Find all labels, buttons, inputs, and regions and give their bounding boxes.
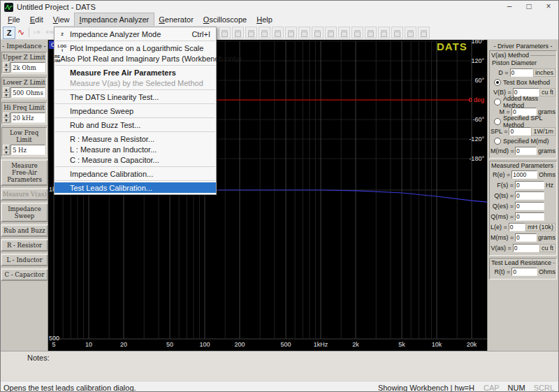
close-button[interactable]: × bbox=[539, 1, 558, 13]
menu-item-impedance-calibration[interactable]: Impedance Calibration... bbox=[55, 168, 216, 179]
notes-area[interactable]: Notes: bbox=[1, 351, 558, 381]
l-e-row: L(e) =0mH (10k) bbox=[491, 222, 556, 232]
l-e-field[interactable]: 0 bbox=[509, 223, 525, 231]
disabled-measure-icon bbox=[312, 27, 324, 38]
menubar-item-view[interactable]: View bbox=[48, 13, 75, 26]
spin-up-icon[interactable]: ▲ bbox=[3, 87, 10, 93]
q-es-field[interactable]: 0 bbox=[515, 202, 544, 210]
r-resistor-button[interactable]: R - Resistor bbox=[1, 239, 48, 252]
added-mass-method-radio[interactable] bbox=[494, 99, 501, 106]
q-ms-row: Q(ms) =0 bbox=[491, 212, 556, 222]
unit-label[interactable]: mH (10k) bbox=[525, 223, 556, 231]
x-tick-5: 5 bbox=[48, 341, 63, 348]
menu-item-the-dats-linearity-test[interactable]: The DATS Linearity Test... bbox=[55, 92, 216, 102]
specified-spl-method-option[interactable]: Specified SPL Method bbox=[491, 117, 556, 126]
c-capacitor-button[interactable]: C - Capacitor bbox=[1, 268, 48, 281]
param-label: F(s) = bbox=[491, 182, 515, 189]
x-tick-10: 10 bbox=[80, 341, 98, 348]
radio-label: Test Box Method bbox=[503, 79, 550, 86]
m-ms-row: M(ms) =0grams bbox=[491, 233, 556, 242]
menu-item-impedance-sweep[interactable]: Impedance Sweep bbox=[55, 106, 216, 116]
menu-item-label: Measure Free Air Parameters bbox=[70, 68, 216, 77]
spin-down-icon[interactable]: ▼ bbox=[3, 93, 10, 99]
specified-spl-method-radio[interactable] bbox=[494, 118, 501, 125]
minimize-button[interactable]: – bbox=[500, 1, 519, 13]
lower-z-limit-field[interactable]: 500 Ohms bbox=[10, 87, 45, 98]
lower-z-limit-spinner[interactable]: ▲▼ bbox=[3, 87, 10, 98]
menubar-item-impedance-analyzer[interactable]: Impedance Analyzer bbox=[75, 13, 154, 26]
unit-label[interactable]: 1W/1m bbox=[531, 127, 556, 136]
menu-item-c-measure-a-capacitor[interactable]: C : Measure a Capacitor... bbox=[55, 154, 216, 165]
measure-free-air-parameters-button[interactable]: Measure Free-Air Parameters bbox=[1, 159, 48, 186]
hi-freq-limit-field[interactable]: 20 kHz bbox=[10, 112, 45, 123]
menu-item-impedance-analyzer-mode[interactable]: ZImpedance Analyzer ModeCtrl+I bbox=[55, 29, 216, 39]
v-as-field[interactable]: 0 bbox=[513, 244, 539, 252]
menubar-item-edit[interactable]: Edit bbox=[25, 13, 48, 26]
menu-item-label: Rub and Buzz Test... bbox=[70, 121, 216, 129]
menu-item-label: The DATS Linearity Test... bbox=[70, 93, 216, 101]
unit-label: grams bbox=[537, 234, 556, 241]
menu-item-plot-impedance-on-a-logarithmic-scale[interactable]: LOG IPlot Impedance on a Logarithmic Sca… bbox=[55, 43, 216, 53]
spin-down-icon[interactable]: ▼ bbox=[3, 118, 10, 124]
x-tick-2k: 2k bbox=[347, 341, 365, 348]
num-lock-indicator: NUM bbox=[504, 384, 530, 392]
hi-freq-limit-spinner[interactable]: ▲▼ bbox=[3, 112, 10, 123]
menubar-item-help[interactable]: Help bbox=[252, 13, 277, 26]
impedance-mode-icon[interactable]: Z bbox=[3, 27, 15, 39]
specified-m-md-radio[interactable] bbox=[494, 138, 501, 145]
param-label: Q(es) = bbox=[491, 203, 515, 210]
menu-item-measure-free-air-parameters[interactable]: Measure Free Air Parameters bbox=[55, 67, 216, 78]
radio-label: Specified M(md) bbox=[503, 138, 549, 145]
disabled-measure-icon bbox=[245, 27, 257, 38]
test-lead-resistance-group: Test Lead ResistanceR(t) =0Ohms bbox=[489, 258, 557, 280]
spin-up-icon[interactable]: ▲ bbox=[3, 112, 10, 118]
r-t-field[interactable]: 0 bbox=[511, 268, 537, 276]
menubar-item-oscilloscope[interactable]: Oscilloscope bbox=[198, 13, 252, 26]
menu-item-label: Plot Impedance on a Logarithmic Scale bbox=[70, 44, 216, 52]
rub-and-buzz-button[interactable]: Rub and Buzz bbox=[1, 224, 48, 237]
menu-item-test-leads-calibration[interactable]: Test Leads Calibration... bbox=[55, 182, 216, 193]
q-ts-field[interactable]: 0 bbox=[515, 191, 544, 200]
menubar-item-file[interactable]: File bbox=[3, 13, 25, 26]
upper-z-limit-field[interactable]: 2k Ohm bbox=[10, 62, 45, 73]
specified-m-md-option[interactable]: Specified M(md) bbox=[491, 137, 556, 145]
low-freq-limit-field[interactable]: 5 Hz bbox=[10, 145, 45, 155]
spin-down-icon[interactable]: ▼ bbox=[3, 68, 10, 73]
spl-field[interactable]: 0 bbox=[509, 127, 531, 136]
piston-diameter-label: Piston Diameter bbox=[492, 59, 556, 67]
d-row: D =0inches bbox=[491, 68, 556, 78]
spin-up-icon[interactable]: ▲ bbox=[3, 62, 10, 68]
maximize-button[interactable]: □ bbox=[519, 1, 539, 13]
r-e-row: R(e) =1000Ohms bbox=[491, 170, 556, 180]
disabled-measure-icon bbox=[259, 27, 270, 38]
menu-item-also-plot-real-and-imaginary-parts-workbench-only[interactable]: RE /IMAlso Plot Real and Imaginary Parts… bbox=[55, 53, 216, 64]
generator-wave-icon[interactable]: ∿ bbox=[15, 27, 27, 38]
notes-label: Notes: bbox=[27, 354, 50, 362]
param-label: R(t) = bbox=[491, 268, 511, 275]
test-box-method-radio[interactable] bbox=[494, 79, 501, 86]
unit-label[interactable]: inches bbox=[533, 68, 556, 77]
test-box-method-option[interactable]: Test Box Method bbox=[491, 78, 556, 87]
impedance-sweep-button[interactable]: Impedance Sweep bbox=[1, 203, 48, 222]
upper-z-limit-spinner[interactable]: ▲▼ bbox=[3, 62, 10, 73]
f-s-field[interactable]: 0 bbox=[515, 181, 544, 189]
d-field[interactable]: 0 bbox=[510, 68, 533, 77]
menu-item-label: Impedance Calibration... bbox=[70, 170, 216, 178]
m-md-field[interactable]: 0 bbox=[515, 147, 537, 155]
menubar-item-generator[interactable]: Generator bbox=[154, 13, 198, 26]
spin-up-icon[interactable]: ▲ bbox=[3, 145, 10, 150]
low-freq-limit-spinner[interactable]: ▲▼ bbox=[3, 145, 10, 155]
driver-parameters-panel: - Driver Parameters - V(as) MethodPiston… bbox=[487, 40, 558, 351]
menu-item-rub-and-buzz-test[interactable]: Rub and Buzz Test... bbox=[55, 119, 216, 130]
unit-label[interactable]: cu ft bbox=[539, 244, 556, 252]
m-ms-field[interactable]: 0 bbox=[515, 233, 537, 242]
spin-down-icon[interactable]: ▼ bbox=[3, 150, 10, 156]
added-mass-method-option[interactable]: Added Mass Method bbox=[491, 98, 556, 106]
r-e-field[interactable]: 1000 bbox=[511, 170, 537, 179]
q-ms-field[interactable]: 0 bbox=[515, 212, 544, 221]
phase-tick-180: 180° bbox=[471, 40, 484, 45]
l-inductor-button[interactable]: L - Inductor bbox=[1, 254, 48, 266]
x-tick-100: 100 bbox=[196, 341, 214, 348]
menu-item-r-measure-a-resistor[interactable]: R : Measure a Resistor... bbox=[55, 133, 216, 144]
menu-item-l-measure-an-inductor[interactable]: L : Measure an Inductor... bbox=[55, 144, 216, 154]
